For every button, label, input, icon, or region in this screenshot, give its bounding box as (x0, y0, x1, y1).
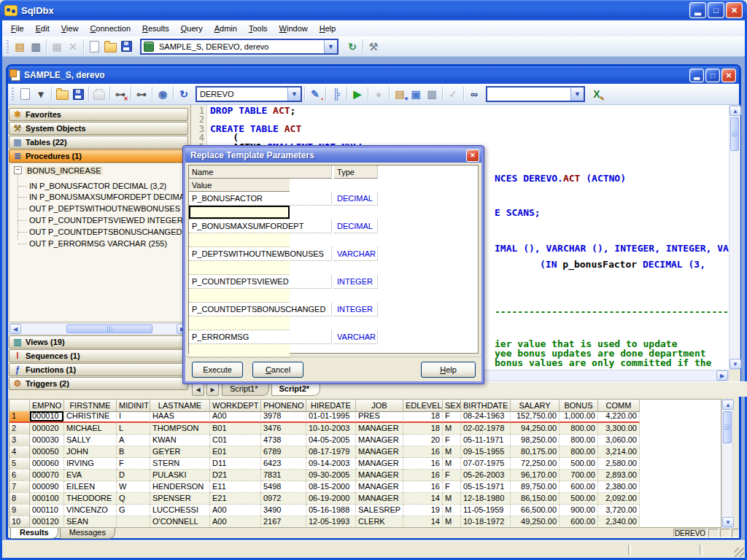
scroll-down-icon[interactable]: ▼ (722, 517, 734, 527)
toolbar-grip[interactable] (12, 88, 14, 101)
sidebar-section-views-19[interactable]: ▥ Views (19) (9, 335, 188, 349)
row-number[interactable]: 9 (9, 505, 30, 516)
grid-cell[interactable]: I (117, 411, 150, 423)
execute-icon[interactable]: ▶ (349, 86, 365, 102)
grid-cell[interactable]: 2,893.00 (598, 470, 640, 481)
menu-admin[interactable]: Admin (209, 21, 243, 36)
grid-cell[interactable]: A (117, 435, 150, 446)
grid-cell[interactable]: M (443, 446, 461, 458)
grid-cell[interactable]: 19 (403, 505, 443, 516)
explain-plan-icon[interactable]: ╠ (328, 86, 344, 102)
preview-icon[interactable]: ◉ (155, 86, 171, 102)
column-header-workdept[interactable]: WORKDEPT (210, 400, 261, 412)
chevron-down-icon[interactable]: ▼ (570, 88, 584, 101)
grid-cell[interactable]: M (443, 516, 461, 528)
grid-cell[interactable]: 86,150.00 (511, 493, 560, 505)
grid-cell[interactable]: 09-15-1955 (461, 446, 511, 458)
row-number[interactable]: 5 (9, 458, 30, 470)
grid-cell[interactable]: 05-26-2003 (461, 470, 511, 481)
column-header-midinit[interactable]: MIDINIT (117, 400, 150, 412)
grid-cell[interactable]: 2,380.00 (598, 481, 640, 493)
grid-cell[interactable]: LUCCHESSI (150, 505, 210, 516)
scroll-up-icon[interactable]: ▲ (722, 400, 734, 410)
scroll-left-icon[interactable]: ◀ (9, 324, 21, 334)
grid-cell[interactable]: EILEEN (64, 481, 117, 493)
grid-cell[interactable]: 500.00 (560, 458, 598, 470)
copy-record-icon[interactable]: ▤ (12, 39, 28, 55)
grid-cell[interactable]: 04-05-2005 (306, 435, 356, 446)
row-number[interactable]: 8 (9, 493, 30, 505)
column-header-sex[interactable]: SEX (443, 400, 461, 412)
child-close-button[interactable]: ✕ (721, 69, 736, 82)
grid-cell[interactable]: F (443, 435, 461, 446)
grid-cell[interactable]: SALESREP (356, 505, 403, 516)
grid-cell[interactable]: HENDERSON (150, 481, 210, 493)
column-header-lastname[interactable]: LASTNAME (150, 400, 210, 412)
sidebar-section-system-objects[interactable]: ⚒ System Objects (9, 122, 188, 135)
sidebar-section-tables-22[interactable]: ▦ Tables (22) (9, 136, 188, 149)
grid-cell[interactable]: 10-18-1972 (461, 516, 511, 528)
maximize-button[interactable]: □ (708, 2, 724, 18)
grid-cell[interactable]: D11 (210, 458, 261, 470)
tree-item-parameter[interactable]: OUT P_COUNTDEPTSBONUSCHANGED I (18, 226, 187, 237)
column-header-salary[interactable]: SALARY (511, 400, 560, 412)
grid-cell[interactable]: 66,500.00 (511, 505, 560, 516)
parameter-value-input[interactable] (189, 206, 290, 219)
refresh-connections-icon[interactable]: ↻ (344, 39, 360, 55)
row-number[interactable]: 4 (9, 446, 30, 458)
grid-cell[interactable]: 02-02-1978 (461, 423, 511, 435)
column-header-birthdate[interactable]: BIRTHDATE (461, 400, 511, 412)
grid-cell[interactable]: 07-07-1975 (461, 458, 511, 470)
grid-cell[interactable]: MICHAEL (64, 423, 117, 435)
new-file-icon[interactable] (86, 39, 102, 55)
grid-cell[interactable]: 5498 (261, 481, 306, 493)
sidebar-section-triggers-2[interactable]: ⚙ Triggers (2) (9, 377, 188, 390)
grid-cell[interactable]: MANAGER (356, 481, 403, 493)
grid-cell[interactable]: 72,250.00 (511, 458, 560, 470)
grid-cell[interactable]: D21 (210, 470, 261, 481)
grid-cell[interactable]: 3,214.00 (598, 446, 640, 458)
scroll-up-icon[interactable]: ▲ (729, 106, 741, 116)
menu-connection[interactable]: Connection (84, 21, 136, 36)
minimize-button[interactable]: ▂ (689, 2, 706, 18)
grid-cell[interactable]: PULASKI (150, 470, 210, 481)
tab-scroll-left-icon[interactable]: ◀ (192, 384, 204, 396)
scroll-down-icon[interactable]: ▼ (729, 359, 741, 369)
scrollbar-thumb[interactable] (723, 411, 732, 443)
grid-cell[interactable]: 6789 (261, 446, 306, 458)
grid-cell[interactable]: 3490 (261, 505, 306, 516)
grid-cell[interactable]: M (443, 493, 461, 505)
child-minimize-button[interactable]: ▂ (689, 69, 704, 82)
grid-cell[interactable]: 2,340.00 (598, 516, 640, 528)
column-header-comm[interactable]: COMM (598, 400, 640, 412)
row-number[interactable]: 1 (9, 411, 30, 423)
grid-cell[interactable]: 0972 (261, 493, 306, 505)
sidebar-section-functions-1[interactable]: ƒ Functions (1) (9, 363, 188, 376)
grid-cell[interactable]: 98,250.00 (511, 435, 560, 446)
grid-cell[interactable]: 09-30-2005 (306, 470, 356, 481)
grid-cell[interactable]: 000110 (30, 505, 64, 516)
menu-tools[interactable]: Tools (243, 21, 274, 36)
chevron-down-icon[interactable]: ▼ (324, 40, 337, 53)
row-number[interactable]: 7 (9, 481, 30, 493)
grid-cell[interactable]: 600.00 (560, 481, 598, 493)
menu-view[interactable]: View (55, 21, 85, 36)
edit-sql-icon[interactable]: ✎• (307, 86, 323, 102)
cancel-button[interactable]: Cancel (252, 362, 303, 378)
refresh-icon[interactable]: ↻ (176, 86, 192, 102)
grid-cell[interactable]: 000060 (30, 458, 64, 470)
grid-cell[interactable]: 000050 (30, 446, 64, 458)
grid-cell[interactable]: 12-05-1993 (306, 516, 356, 528)
grid-cell[interactable]: 49,250.00 (511, 516, 560, 528)
export-excel-icon[interactable]: X✎ (589, 86, 605, 102)
column-header-edlevel[interactable]: EDLEVEL (403, 400, 443, 412)
grid-cell[interactable]: CHRISTINE (64, 411, 117, 423)
grid-cell[interactable]: MANAGER (356, 458, 403, 470)
grid-vertical-scrollbar[interactable]: ▲ ▼ (721, 399, 733, 528)
grid-cell[interactable]: 16 (403, 458, 443, 470)
grid-cell[interactable]: 800.00 (560, 423, 598, 435)
grid-cell[interactable]: E01 (210, 446, 261, 458)
grid-cell[interactable]: 05-15-1971 (461, 481, 511, 493)
grid-cell[interactable]: 18 (403, 411, 443, 423)
tab-messages[interactable]: Messages (60, 528, 115, 539)
